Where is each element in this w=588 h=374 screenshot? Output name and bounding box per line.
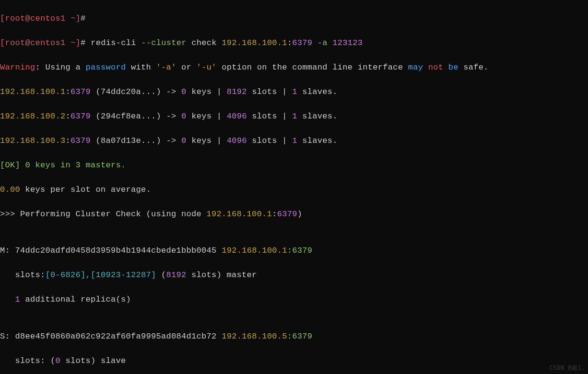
prompt-prefix: [root@centos1 ~] <box>0 14 81 23</box>
cmd-sub: check <box>191 38 217 47</box>
cmd-target-host: 192.168.100.1 <box>222 38 287 47</box>
node-slots: slots: (0 slots) slave <box>0 355 588 367</box>
node-header: M: 74ddc20adfd0458d3959b4b1944cbede1bbb0… <box>0 245 588 257</box>
cmd-bin: redis-cli <box>91 38 136 47</box>
warning-label: Warning <box>0 63 35 72</box>
summary-row: 192.168.100.3:6379 (8a07d13e...) -> 0 ke… <box>0 135 588 147</box>
node-header: S: d8ee45f0860a062c922af60fa9995ad084d1c… <box>0 330 588 343</box>
ok-keys-line: [OK] 0 keys in 3 masters. <box>0 159 588 172</box>
cmd-password: 123123 <box>332 38 363 47</box>
cmd-flag-cluster: --cluster <box>141 38 187 47</box>
node-slots: slots:[0-6826],[10923-12287] (8192 slots… <box>0 269 588 281</box>
summary-row: 192.168.100.2:6379 (294cf8ea...) -> 0 ke… <box>0 110 588 123</box>
warning-line: Warning: Using a password with '-a' or '… <box>0 61 588 74</box>
watermark-text: CSDN @超1. <box>550 364 585 372</box>
cmd-target-port: 6379 <box>292 38 312 47</box>
prompt-line-2: [root@centos1 ~]# redis-cli --cluster ch… <box>0 37 588 49</box>
summary-row: 192.168.100.1:6379 (74ddc20a...) -> 0 ke… <box>0 86 588 98</box>
node-replicas: 1 additional replica(s) <box>0 293 588 306</box>
prompt-line-1: [root@centos1 ~]# <box>0 12 588 25</box>
performing-line: >>> Performing Cluster Check (using node… <box>0 208 588 221</box>
avg-line: 0.00 keys per slot on average. <box>0 184 588 196</box>
terminal-output[interactable]: [root@centos1 ~]# [root@centos1 ~]# redi… <box>0 0 588 374</box>
prompt-prefix: [root@centos1 ~] <box>0 38 81 47</box>
cmd-flag-a: -a <box>318 38 328 47</box>
